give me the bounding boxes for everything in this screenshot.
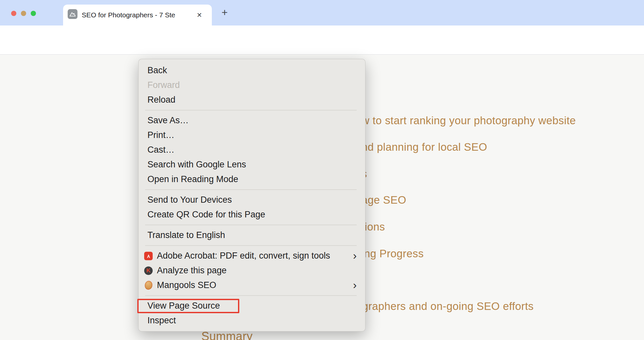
mountain-photo-favicon-icon <box>68 9 77 19</box>
menu-item-create-qr-code[interactable]: Create QR Code for this Page <box>139 207 365 222</box>
menu-item-label: Adobe Acrobat: PDF edit, convert, sign t… <box>157 248 330 263</box>
toc-heading-fragment[interactable]: nd planning for local SEO <box>362 141 487 153</box>
menu-item-back[interactable]: Back <box>139 63 365 78</box>
menu-item-adobe-acrobat[interactable]: Adobe Acrobat: PDF edit, convert, sign t… <box>139 248 365 263</box>
toc-heading-fragment[interactable]: ing Progress <box>362 247 424 260</box>
navigation-toolbar: connorwalberg.com/seo-for-photographers … <box>0 26 644 55</box>
menu-item-view-page-source[interactable]: View Page Source <box>139 298 365 313</box>
menu-item-reload[interactable]: Reload <box>139 93 365 107</box>
menu-item-forward: Forward <box>139 78 365 93</box>
toc-heading-fragment[interactable]: age SEO <box>362 194 406 206</box>
mangools-icon <box>144 281 153 290</box>
traffic-light-close-button[interactable] <box>11 11 16 16</box>
tab-title-fade <box>176 8 196 23</box>
new-tab-button[interactable]: + <box>219 7 230 18</box>
traffic-light-minimize-button[interactable] <box>21 11 26 16</box>
menu-separator <box>145 295 357 296</box>
menu-item-send-to-devices[interactable]: Send to Your Devices <box>139 193 365 207</box>
menu-item-print[interactable]: Print… <box>139 128 365 143</box>
submenu-chevron-icon: › <box>353 278 357 293</box>
adobe-acrobat-icon <box>144 252 153 260</box>
menu-item-label: Analyze this page <box>157 263 227 278</box>
menu-separator <box>145 110 357 110</box>
browser-tab[interactable]: SEO for Photographers - 7 Ste ✕ <box>63 5 212 26</box>
menu-item-save-as[interactable]: Save As… <box>139 113 365 128</box>
menu-separator <box>145 245 357 246</box>
menu-item-inspect[interactable]: Inspect <box>139 313 365 328</box>
titlebar: SEO for Photographers - 7 Ste ✕ + <box>0 0 644 26</box>
menu-item-mangools-seo[interactable]: Mangools SEO › <box>139 278 365 293</box>
menu-item-open-reading-mode[interactable]: Open in Reading Mode <box>139 172 365 187</box>
menu-item-translate[interactable]: Translate to English <box>139 228 365 243</box>
traffic-light-zoom-button[interactable] <box>31 11 36 16</box>
toc-heading-fragment[interactable]: graphers and on-going SEO efforts <box>362 300 534 313</box>
context-menu: Back Forward Reload Save As… Print… Cast… <box>138 59 365 332</box>
submenu-chevron-icon: › <box>353 248 357 263</box>
menu-separator <box>145 225 357 225</box>
menu-item-analyze-this-page[interactable]: K Analyze this page <box>139 263 365 278</box>
menu-item-search-google-lens[interactable]: Search with Google Lens <box>139 157 365 172</box>
menu-item-cast[interactable]: Cast… <box>139 143 365 157</box>
browser-window: SEO for Photographers - 7 Ste ✕ + connor… <box>0 0 644 340</box>
k-extension-icon: K <box>144 266 153 275</box>
menu-item-label: Mangools SEO <box>157 278 216 293</box>
menu-separator <box>145 189 357 190</box>
toc-heading-fragment[interactable]: w to start ranking your photography webs… <box>362 114 576 127</box>
tab-close-icon[interactable]: ✕ <box>195 10 204 20</box>
